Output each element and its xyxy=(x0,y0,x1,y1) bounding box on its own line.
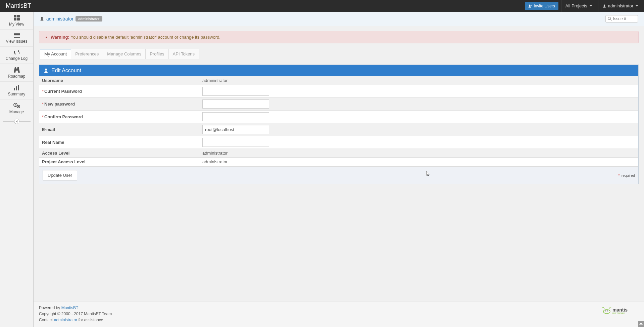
collapse-button[interactable] xyxy=(14,119,19,124)
user-plus-icon xyxy=(528,4,532,8)
user-menu[interactable]: administrator xyxy=(598,0,644,12)
account-tabs: My Account Preferences Manage Columns Pr… xyxy=(39,49,639,59)
alert-text: You should disable the default 'administ… xyxy=(69,35,220,40)
svg-rect-8 xyxy=(14,36,20,36)
content: Warning: You should disable the default … xyxy=(34,26,644,189)
chevron-left-icon xyxy=(16,120,18,123)
sidebar-item-myview[interactable]: My View xyxy=(0,12,33,30)
main-area: administrator administrator Warning: You… xyxy=(34,12,644,189)
svg-point-14 xyxy=(15,105,16,106)
svg-point-17 xyxy=(41,17,43,19)
sidebar-item-label: View Issues xyxy=(6,39,28,44)
list-icon xyxy=(14,33,20,38)
bar-chart-icon xyxy=(14,85,20,90)
sidebar-item-changelog[interactable]: Change Log xyxy=(0,47,33,64)
row-new-password: *New password xyxy=(39,98,638,111)
label-project-access-level: Project Access Level xyxy=(39,158,200,166)
account-form-table: Username administrator *Current Password… xyxy=(39,76,638,166)
value-access-level: administrator xyxy=(202,151,228,156)
svg-rect-4 xyxy=(14,18,16,21)
breadcrumb-user-link[interactable]: administrator xyxy=(46,16,73,22)
warning-alert: Warning: You should disable the default … xyxy=(39,31,639,43)
edit-account-panel: Edit Account Username administrator *Cur… xyxy=(39,65,639,184)
sidebar-item-viewissues[interactable]: View Issues xyxy=(0,30,33,47)
label-email: E-mail xyxy=(39,123,200,136)
user-icon xyxy=(602,4,606,8)
required-star: * xyxy=(42,101,44,107)
svg-point-18 xyxy=(608,17,611,20)
panel-title: Edit Account xyxy=(51,68,81,74)
sidebar-item-label: Manage xyxy=(9,110,24,114)
user-icon xyxy=(40,16,44,21)
breadcrumb-user-badge: administrator xyxy=(76,16,102,22)
input-current-password[interactable] xyxy=(202,87,269,96)
tab-profiles[interactable]: Profiles xyxy=(145,49,168,59)
tab-api-tokens[interactable]: API Tokens xyxy=(168,49,199,59)
sidebar: My View View Issues Change Log Roadmap S… xyxy=(0,12,34,189)
road-icon xyxy=(14,67,20,73)
value-project-access-level: administrator xyxy=(202,159,228,164)
svg-rect-10 xyxy=(14,88,15,90)
panel-footer: Update User * required xyxy=(39,166,638,184)
svg-rect-12 xyxy=(18,85,19,90)
project-selector[interactable]: All Projects xyxy=(561,0,598,12)
tab-preferences[interactable]: Preferences xyxy=(71,49,103,59)
project-label: All Projects xyxy=(565,3,587,8)
invite-users-button[interactable]: Invite Users xyxy=(525,2,558,10)
label-username: Username xyxy=(39,76,200,85)
row-project-access-level: Project Access Level administrator xyxy=(39,158,638,166)
tab-manage-columns[interactable]: Manage Columns xyxy=(103,49,146,59)
sidebar-item-label: Roadmap xyxy=(8,74,25,79)
label-realname: Real Name xyxy=(39,136,200,149)
required-note: * required xyxy=(618,173,635,177)
sidebar-item-roadmap[interactable]: Roadmap xyxy=(0,64,33,82)
input-realname[interactable] xyxy=(202,138,269,147)
sidebar-item-manage[interactable]: Manage xyxy=(0,99,33,117)
chevron-down-icon xyxy=(635,4,638,7)
chevron-down-icon xyxy=(589,4,592,7)
svg-rect-9 xyxy=(14,37,20,38)
sidebar-item-label: My View xyxy=(9,22,24,27)
svg-point-16 xyxy=(18,106,18,107)
breadcrumb: administrator administrator xyxy=(40,16,102,22)
brand[interactable]: MantisBT xyxy=(0,2,37,9)
label-access-level: Access Level xyxy=(39,149,200,158)
sidebar-collapse[interactable] xyxy=(0,117,33,125)
sidebar-item-label: Change Log xyxy=(6,56,28,61)
input-confirm-password[interactable] xyxy=(202,112,269,121)
top-navbar: MantisBT Invite Users All Projects admin… xyxy=(0,0,644,12)
issue-search[interactable] xyxy=(605,15,638,23)
search-icon xyxy=(608,17,612,21)
row-confirm-password: *Confirm Password xyxy=(39,111,638,123)
navbar-right: Invite Users All Projects administrator xyxy=(522,0,644,12)
sidebar-item-summary[interactable]: Summary xyxy=(0,82,33,99)
row-realname: Real Name xyxy=(39,136,638,149)
input-email[interactable] xyxy=(202,125,269,134)
required-star: * xyxy=(42,89,44,94)
svg-rect-2 xyxy=(14,15,16,17)
label-new-password: New password xyxy=(44,101,75,107)
label-current-password: Current Password xyxy=(44,89,82,94)
user-icon xyxy=(43,68,49,73)
retweet-icon xyxy=(13,50,20,55)
svg-rect-11 xyxy=(16,86,17,90)
sidebar-item-label: Summary xyxy=(8,92,25,96)
row-access-level: Access Level administrator xyxy=(39,149,638,158)
alert-prefix: Warning: xyxy=(51,35,69,40)
row-email: E-mail xyxy=(39,123,638,136)
input-new-password[interactable] xyxy=(202,99,269,109)
svg-rect-3 xyxy=(17,15,20,17)
update-user-button[interactable]: Update User xyxy=(43,170,77,180)
gears-icon xyxy=(13,103,20,108)
svg-rect-6 xyxy=(14,33,20,34)
user-menu-label: administrator xyxy=(608,3,633,8)
row-username: Username administrator xyxy=(39,76,638,85)
tab-my-account[interactable]: My Account xyxy=(40,49,71,59)
label-confirm-password: Confirm Password xyxy=(44,114,83,119)
svg-rect-7 xyxy=(14,34,20,35)
value-username: administrator xyxy=(202,78,228,83)
svg-point-19 xyxy=(45,69,47,71)
svg-rect-5 xyxy=(17,18,20,21)
dashboard-icon xyxy=(14,15,20,21)
issue-search-input[interactable] xyxy=(613,16,636,21)
